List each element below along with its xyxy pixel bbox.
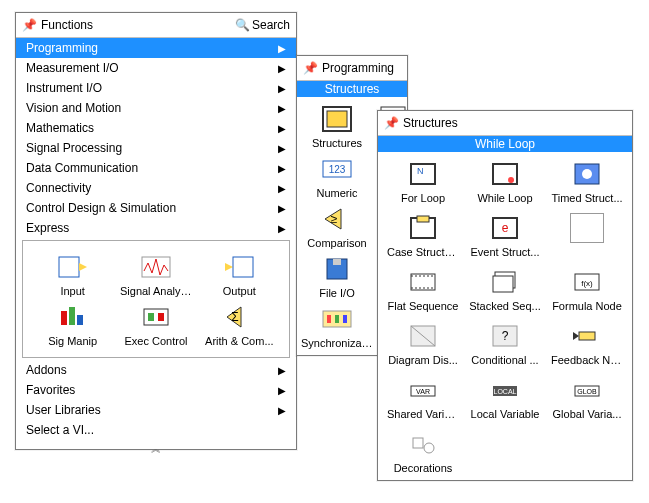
menu-item-control-design-simulation[interactable]: Control Design & Simulation▶ — [16, 198, 296, 218]
svg-rect-20 — [333, 259, 341, 265]
structures-tile-flat-sequence[interactable]: Flat Sequence — [382, 264, 464, 314]
svg-text:≥: ≥ — [331, 212, 338, 226]
menu-item-measurement-i-o[interactable]: Measurement I/O▶ — [16, 58, 296, 78]
menu-item-addons[interactable]: Addons▶ — [16, 360, 296, 380]
pin-icon[interactable]: 📌 — [22, 18, 37, 32]
chevron-right-icon: ▶ — [278, 405, 286, 416]
express-tile-signal-analysis[interactable]: Signal Analysis — [114, 249, 197, 299]
menu-item-label: Measurement I/O — [26, 61, 278, 75]
palette-header: 📌 Programming — [297, 56, 407, 81]
structures-tile-local-variable[interactable]: LOCALLocal Variable — [464, 372, 546, 422]
svg-text:123: 123 — [329, 164, 346, 175]
menu-item-mathematics[interactable]: Mathematics▶ — [16, 118, 296, 138]
globalvar-icon: GLOB — [569, 374, 605, 406]
menu-item-vision-and-motion[interactable]: Vision and Motion▶ — [16, 98, 296, 118]
express-tile-sig-manip[interactable]: Sig Manip — [31, 299, 114, 349]
express-tiles-box: InputSignal AnalysisOutputSig ManipExec … — [22, 240, 290, 358]
chevron-right-icon: ▶ — [278, 103, 286, 114]
structures-tile-for-loop[interactable]: NFor Loop — [382, 156, 464, 206]
comparison-icon: ≥ — [319, 203, 355, 235]
structures-tile-formula-node[interactable]: f(x)Formula Node — [546, 264, 628, 314]
tile-label: Sig Manip — [48, 335, 97, 347]
programming-tile-structures[interactable]: Structures — [301, 101, 373, 151]
signal-icon — [138, 251, 174, 283]
blank-icon — [569, 212, 605, 244]
pin-icon[interactable]: 📌 — [384, 116, 399, 130]
structures-tile-global-varia-[interactable]: GLOBGlobal Varia... — [546, 372, 628, 422]
pin-icon[interactable]: 📌 — [303, 61, 318, 75]
flatseq-icon — [405, 266, 441, 298]
collapse-handle[interactable]: ︽ — [16, 440, 296, 458]
tile-label: Synchronizat... — [301, 337, 373, 349]
menu-item-label: Mathematics — [26, 121, 278, 135]
structures-tile-timed-struct-[interactable]: Timed Struct... — [546, 156, 628, 206]
svg-rect-5 — [61, 311, 67, 325]
tile-label: Local Variable — [471, 408, 540, 420]
event-icon: e — [487, 212, 523, 244]
tile-label: Timed Struct... — [551, 192, 622, 204]
structures-tile-diagram-dis-[interactable]: Diagram Dis... — [382, 318, 464, 368]
svg-marker-53 — [573, 332, 579, 340]
structures-tile-conditional-[interactable]: ?Conditional ... — [464, 318, 546, 368]
menu-item-label: Control Design & Simulation — [26, 201, 278, 215]
diagramdis-icon — [405, 320, 441, 352]
structures-tile-shared-varia-[interactable]: VARShared Varia... — [382, 372, 464, 422]
chevron-right-icon: ▶ — [278, 183, 286, 194]
footer-menu: Addons▶Favorites▶User Libraries▶Select a… — [16, 360, 296, 440]
tile-label: Diagram Dis... — [388, 354, 458, 366]
structures-tile-event-struct-[interactable]: eEvent Struct... — [464, 210, 546, 260]
svg-point-34 — [508, 177, 514, 183]
svg-text:N: N — [417, 166, 424, 176]
sharedvar-icon: VAR — [405, 374, 441, 406]
fileio-icon — [319, 253, 355, 285]
programming-tile-comparison[interactable]: ≥Comparison — [301, 201, 373, 251]
chevron-right-icon: ▶ — [278, 203, 286, 214]
tile-label: Input — [60, 285, 84, 297]
svg-rect-10 — [158, 313, 164, 321]
whileloop-icon — [487, 158, 523, 190]
search-button[interactable]: 🔍 Search — [235, 18, 290, 32]
menu-item-data-communication[interactable]: Data Communication▶ — [16, 158, 296, 178]
chevron-right-icon: ▶ — [278, 143, 286, 154]
structures-tile-stacked-seq-[interactable]: Stacked Seq... — [464, 264, 546, 314]
menu-item-express[interactable]: Express▶ — [16, 218, 296, 238]
structures-tile-while-loop[interactable]: While Loop — [464, 156, 546, 206]
palette-title: Functions — [41, 18, 235, 32]
palette-header: 📌 Structures — [378, 111, 632, 136]
chevron-right-icon: ▶ — [278, 163, 286, 174]
menu-item-signal-processing[interactable]: Signal Processing▶ — [16, 138, 296, 158]
svg-marker-1 — [79, 263, 87, 271]
menu-item-user-libraries[interactable]: User Libraries▶ — [16, 400, 296, 420]
menu-item-programming[interactable]: Programming▶ — [16, 38, 296, 58]
menu-item-favorites[interactable]: Favorites▶ — [16, 380, 296, 400]
structures-palette: 📌 Structures While Loop NFor LoopWhile L… — [377, 110, 633, 481]
express-tile-input[interactable]: Input — [31, 249, 114, 299]
express-tile-output[interactable]: Output — [198, 249, 281, 299]
menu-item-instrument-i-o[interactable]: Instrument I/O▶ — [16, 78, 296, 98]
structures-tile-case-structure[interactable]: Case Structure — [382, 210, 464, 260]
svg-text:e: e — [502, 221, 509, 235]
sync-icon — [319, 303, 355, 335]
menu-item-connectivity[interactable]: Connectivity▶ — [16, 178, 296, 198]
programming-tile-synchronizat-[interactable]: Synchronizat... — [301, 301, 373, 351]
svg-rect-7 — [77, 315, 83, 325]
selection-bar: While Loop — [378, 136, 632, 152]
programming-tile-numeric[interactable]: 123Numeric — [301, 151, 373, 201]
tile-label: Numeric — [317, 187, 358, 199]
programming-tile-file-i-o[interactable]: File I/O — [301, 251, 373, 301]
conditional-icon: ? — [487, 320, 523, 352]
express-tile-exec-control[interactable]: Exec Control — [114, 299, 197, 349]
tile-label: Formula Node — [552, 300, 622, 312]
structures-tile-decorations[interactable]: Decorations — [382, 426, 464, 476]
localvar-icon: LOCAL — [487, 374, 523, 406]
arith-icon: Σ — [221, 301, 257, 333]
menu-item-label: Select a VI... — [26, 423, 286, 437]
express-tile-arith-com-[interactable]: ΣArith & Com... — [198, 299, 281, 349]
sigmanip-icon — [55, 301, 91, 333]
structures-tile-feedback-no-[interactable]: Feedback No... — [546, 318, 628, 368]
search-label: Search — [252, 18, 290, 32]
tile-label: Feedback No... — [551, 354, 623, 366]
output-icon — [221, 251, 257, 283]
menu-item-select-a-vi...[interactable]: Select a VI... — [16, 420, 296, 440]
svg-rect-9 — [148, 313, 154, 321]
